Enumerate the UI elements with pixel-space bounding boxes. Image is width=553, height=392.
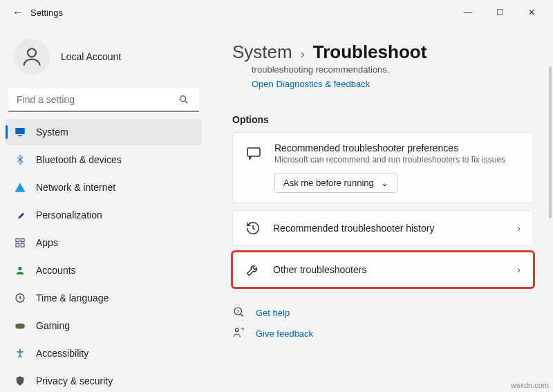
nav-list: SystemBluetooth & devicesNetwork & inter… [6, 119, 202, 392]
feedback-icon [232, 326, 246, 340]
give-feedback-label: Give feedback [256, 328, 313, 339]
svg-text:?: ? [236, 309, 239, 314]
svg-line-2 [185, 101, 187, 103]
svg-rect-11 [15, 324, 25, 329]
history-row[interactable]: Recommended troubleshooter history › [232, 210, 534, 246]
svg-rect-13 [247, 148, 260, 156]
account-name: Local Account [61, 51, 121, 62]
sidebar-item-label: Gaming [36, 320, 70, 331]
other-troubleshooters-row[interactable]: Other troubleshooters › [232, 252, 534, 288]
avatar-icon [14, 39, 50, 75]
wifi-icon [14, 181, 26, 194]
system-icon [14, 126, 26, 138]
sidebar-item-accounts[interactable]: Accounts [6, 257, 202, 283]
sidebar-item-bluetooth-devices[interactable]: Bluetooth & devices [6, 147, 202, 173]
sidebar-item-label: Apps [36, 237, 58, 248]
access-icon [14, 347, 26, 360]
apps-icon [14, 236, 26, 249]
svg-rect-5 [16, 239, 19, 242]
sidebar-item-gaming[interactable]: Gaming [6, 312, 202, 339]
sidebar-item-label: Privacy & security [36, 375, 113, 386]
maximize-button[interactable]: ☐ [484, 1, 516, 24]
svg-rect-3 [15, 128, 25, 134]
sidebar-item-label: Network & internet [36, 182, 115, 193]
gaming-icon [14, 319, 26, 332]
svg-rect-8 [21, 243, 24, 247]
chevron-right-icon: › [517, 264, 521, 275]
help-icon: ? [232, 306, 246, 319]
history-label: Recommended troubleshooter history [273, 223, 505, 234]
sidebar-item-time-language[interactable]: Time & language [6, 285, 202, 311]
sidebar-item-label: Personalization [36, 209, 102, 221]
person-icon [14, 264, 26, 277]
intro-text: troubleshooting recommendations. [232, 64, 534, 75]
chevron-right-icon: › [301, 47, 305, 62]
account-block[interactable]: Local Account [6, 30, 202, 86]
search-input[interactable] [8, 88, 199, 112]
bluetooth-icon [14, 153, 26, 166]
options-heading: Options [232, 114, 534, 125]
sidebar-item-label: System [36, 127, 68, 138]
breadcrumb-current: Troubleshoot [313, 41, 427, 63]
chat-icon [245, 145, 262, 162]
sidebar-item-privacy-security[interactable]: Privacy & security [6, 368, 202, 392]
svg-rect-7 [16, 243, 19, 247]
sidebar-item-label: Accounts [36, 265, 76, 276]
pref-card: Recommended troubleshooter preferences M… [232, 132, 534, 203]
pref-sub: Microsoft can recommend and run troubles… [274, 155, 505, 165]
back-button[interactable]: ← [6, 6, 30, 19]
chevron-down-icon: ⌄ [381, 178, 388, 188]
history-icon [245, 221, 261, 236]
wrench-icon [245, 262, 261, 277]
breadcrumb: System › Troubleshoot [232, 41, 534, 63]
svg-line-15 [241, 314, 243, 317]
close-button[interactable]: ✕ [516, 1, 547, 24]
sidebar-item-system[interactable]: System [6, 119, 202, 145]
give-feedback-link[interactable]: Give feedback [232, 326, 534, 340]
pref-title: Recommended troubleshooter preferences [274, 142, 505, 153]
svg-point-1 [180, 96, 186, 102]
get-help-label: Get help [256, 308, 290, 318]
watermark: wsxdn.com [511, 381, 549, 389]
sidebar: Local Account SystemBluetooth & devicesN… [0, 25, 207, 392]
content: System › Troubleshoot troubleshooting re… [207, 25, 553, 392]
clock-icon [14, 292, 26, 304]
svg-point-0 [28, 48, 36, 57]
sidebar-item-accessibility[interactable]: Accessibility [6, 340, 202, 366]
svg-point-17 [236, 328, 239, 332]
other-troubleshooters-label: Other troubleshooters [273, 264, 505, 275]
sidebar-item-apps[interactable]: Apps [6, 230, 202, 256]
svg-point-12 [19, 349, 21, 351]
svg-rect-4 [18, 136, 22, 137]
window-title: Settings [30, 8, 63, 18]
sidebar-item-personalization[interactable]: Personalization [6, 202, 202, 228]
breadcrumb-parent[interactable]: System [232, 41, 292, 63]
pref-dropdown-label: Ask me before running [283, 178, 374, 188]
minimize-button[interactable]: — [452, 1, 484, 24]
sidebar-item-label: Time & language [36, 292, 109, 304]
svg-point-9 [18, 267, 21, 270]
sidebar-item-label: Bluetooth & devices [36, 154, 122, 165]
titlebar: ← Settings — ☐ ✕ [0, 0, 553, 25]
sidebar-item-label: Accessibility [36, 348, 88, 359]
svg-rect-6 [21, 239, 24, 242]
get-help-link[interactable]: ? Get help [232, 306, 534, 319]
search-icon [178, 94, 189, 108]
search-box[interactable] [8, 88, 199, 112]
brush-icon [14, 209, 26, 221]
pref-dropdown[interactable]: Ask me before running ⌄ [274, 173, 397, 193]
chevron-right-icon: › [517, 223, 521, 234]
shield-icon [14, 375, 26, 387]
diagnostics-link[interactable]: Open Diagnostics & feedback [232, 79, 534, 89]
scrollbar[interactable] [549, 66, 552, 218]
sidebar-item-network-internet[interactable]: Network & internet [6, 174, 202, 200]
